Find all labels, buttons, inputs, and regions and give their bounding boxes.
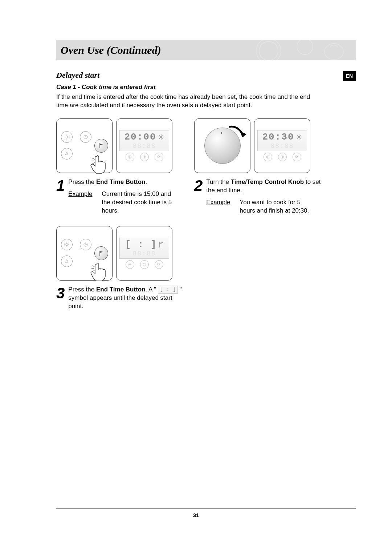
mini-btn-icon: ⟳ [155,260,163,269]
step3-panels: [ : ] 88:88 ◎ ◎ ⟳ [56,226,183,281]
step1: 1 Press the End Time Button. Example Cur… [56,178,183,215]
steps-row-1: 20:00 88:88 ◎ ◎ ⟳ 1 Press the End Time B… [56,118,356,215]
svg-point-1 [259,41,278,60]
display-panel: 20:00 88:88 ◎ ◎ ⟳ [116,118,172,173]
svg-line-15 [92,162,95,164]
language-tab: EN [343,71,356,81]
display-ghost: 88:88 [270,142,294,150]
mini-btn-icon: ◎ [126,260,134,269]
step-number: 1 [56,178,65,215]
mini-btn-icon: ◎ [140,153,149,161]
end-time-button[interactable] [94,139,108,153]
display-ghost: 88:88 [132,142,156,150]
step3: 3 Press the End Time Button. A " [ : ] "… [56,286,183,311]
light-icon [61,239,73,250]
inline-display-symbol: [ : ] [158,286,178,294]
auto-symbol-icon [158,134,164,140]
intro-text: If the end time is entered after the coo… [56,93,310,110]
svg-point-3 [324,44,343,60]
auto-symbol-icon [296,134,302,140]
knob-panel [194,118,250,173]
page-title: Oven Use (Continued) [61,44,161,56]
step1-panels: 20:00 88:88 ◎ ◎ ⟳ [56,118,183,173]
step-text: Turn the Time/Temp Control Knob to set t… [206,178,321,215]
mini-btn-icon: ◎ [140,260,149,269]
svg-line-34 [92,266,95,267]
svg-line-13 [92,158,95,160]
display-ghost: 88:88 [132,250,156,257]
display-value: 20:00 [124,132,164,142]
display-value: 20:30 [262,132,302,142]
display-value: [ : ] [125,239,163,250]
svg-line-36 [92,270,95,271]
example-text: Current time is 15:00 and the desired co… [102,190,174,215]
mini-btn-icon: ⟳ [155,153,163,161]
step2: 2 Turn the Time/Temp Control Knob to set… [194,178,321,215]
title-banner: Oven Use (Continued) [56,40,356,60]
case-heading: Case 1 - Cook time is entered first [56,84,356,91]
step2-column: 20:30 88:88 ◎ ◎ ⟳ 2 Turn the Time/Temp C… [194,118,321,215]
svg-point-0 [256,40,281,60]
step-text: Press the End Time Button. A " [ : ] " s… [68,286,183,311]
control-panel [56,118,113,173]
step3-column: [ : ] 88:88 ◎ ◎ ⟳ 3 Press the End Time B [56,226,183,311]
end-time-button[interactable] [94,246,108,260]
example-text: You want to cook for 5 hours and finish … [240,198,312,215]
clock-icon [80,239,91,250]
section-heading: Delayed start [56,70,356,80]
svg-point-4 [66,136,68,138]
step-number: 3 [56,286,65,311]
footer-rule [56,508,356,509]
svg-point-25 [66,243,68,246]
mini-btn-icon: ◎ [126,153,134,161]
clock-icon [80,131,91,143]
step1-column: 20:00 88:88 ◎ ◎ ⟳ 1 Press the End Time B… [56,118,183,215]
mini-btn-icon: ◎ [264,153,272,161]
example-label: Example [68,190,96,215]
alarm-icon [61,148,73,160]
alarm-icon [61,255,73,267]
hand-press-icon [90,154,107,175]
control-panel [56,226,113,281]
hand-press-icon [90,262,107,282]
mini-btn-icon: ◎ [278,153,287,161]
step2-panels: 20:30 88:88 ◎ ◎ ⟳ [194,118,321,173]
banner-decoration [247,40,356,60]
rotate-arrow-icon [225,122,246,144]
mini-btn-icon: ⟳ [293,153,301,161]
steps-row-2: [ : ] 88:88 ◎ ◎ ⟳ 3 Press the End Time B [56,226,356,311]
svg-point-20 [221,132,222,134]
page-number: 31 [0,512,392,518]
svg-point-2 [297,40,313,55]
step-number: 2 [194,178,203,215]
end-flag-icon [159,241,164,248]
display-panel: [ : ] 88:88 ◎ ◎ ⟳ [116,226,172,281]
light-icon [61,131,73,143]
display-panel: 20:30 88:88 ◎ ◎ ⟳ [254,118,310,173]
example-label: Example [206,198,234,215]
step-text: Press the End Time Button. Example Curre… [68,178,183,215]
